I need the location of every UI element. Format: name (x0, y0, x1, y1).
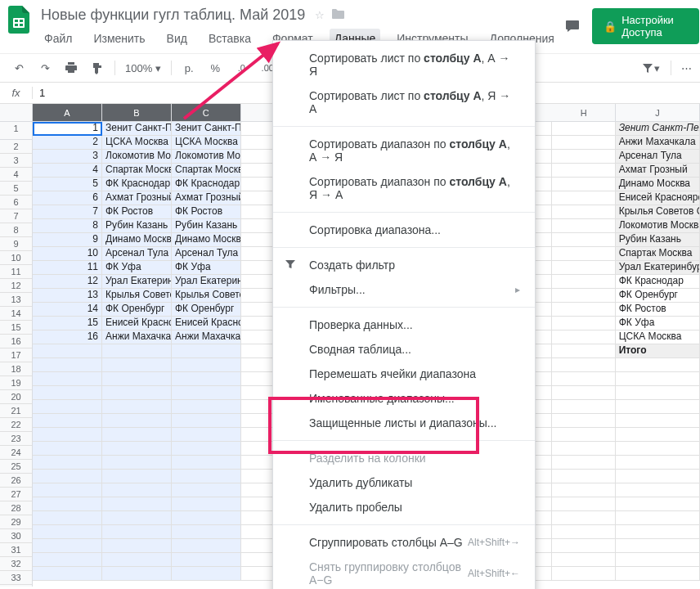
zoom-select[interactable]: 100%▾ (122, 62, 164, 74)
cell[interactable] (102, 442, 172, 456)
cell[interactable] (102, 372, 172, 386)
cell[interactable]: ЦСКА Москва (616, 330, 700, 344)
toolbar-more-icon[interactable]: ⋯ (681, 57, 692, 79)
cell[interactable] (552, 317, 615, 330)
row-header[interactable]: 18 (0, 362, 32, 376)
row-header[interactable]: 30 (0, 529, 32, 543)
menu-view[interactable]: Вид (162, 29, 192, 48)
menu-remove-duplicates[interactable]: Удалить дубликаты (273, 470, 535, 495)
cell[interactable] (552, 233, 615, 247)
cell[interactable]: Рубин Казань ▾ (172, 219, 241, 233)
col-C[interactable]: C (172, 104, 241, 122)
col-B[interactable]: B (102, 104, 172, 122)
cell[interactable]: ФК Оренбург (172, 303, 241, 317)
cell[interactable]: Урал Екатеринбург (102, 275, 172, 289)
cell[interactable] (33, 470, 102, 483)
cell[interactable] (552, 136, 615, 150)
cell[interactable] (172, 386, 241, 400)
row-header[interactable]: 31 (0, 543, 32, 557)
col-J[interactable]: J (616, 104, 700, 122)
row-header[interactable]: 25 (0, 460, 32, 474)
cell[interactable]: Крылья Советов Самара (172, 289, 241, 303)
cell[interactable]: ФК Уфа (102, 261, 172, 275)
cell[interactable]: Енисей Красноярск (616, 191, 700, 205)
cell[interactable] (33, 344, 102, 358)
doc-title[interactable]: Новые функции гугл таблиц. Май 2019 (38, 5, 308, 25)
row-header[interactable]: 9 (0, 237, 32, 251)
cell[interactable]: Арсенал Тула (102, 247, 172, 261)
cell[interactable] (102, 567, 172, 581)
cell[interactable]: Спартак Москва (616, 247, 700, 261)
currency-button[interactable]: р. (178, 57, 200, 79)
row-header[interactable]: 8 (0, 223, 32, 237)
menu-trim-spaces[interactable]: Удалить пробелы (273, 495, 535, 519)
cell[interactable]: Анжи Махачкала (102, 330, 172, 344)
cell[interactable] (552, 428, 615, 442)
cell[interactable]: ФК Уфа (172, 261, 241, 275)
cell[interactable] (33, 456, 102, 470)
cell[interactable] (172, 358, 241, 372)
row-header[interactable]: 3 (0, 154, 32, 168)
row-header[interactable]: 28 (0, 501, 32, 515)
cell[interactable]: ФК Краснодар (616, 275, 700, 289)
menu-file[interactable]: Файл (39, 29, 77, 48)
cell[interactable] (616, 414, 700, 428)
cell[interactable] (33, 428, 102, 442)
row-header[interactable]: 2 (0, 140, 32, 154)
cell[interactable] (102, 428, 172, 442)
cell[interactable] (616, 428, 700, 442)
cell[interactable]: Ахмат Грозный (102, 191, 172, 205)
menu-randomize[interactable]: Перемешать ячейки диапазона (273, 362, 535, 386)
row-header[interactable]: 29 (0, 515, 32, 529)
col-H[interactable]: H (553, 104, 616, 122)
cell[interactable]: Зенит Санкт-Петер (616, 122, 700, 136)
cell[interactable] (172, 553, 241, 567)
cell[interactable] (616, 456, 700, 470)
cell[interactable] (552, 372, 615, 386)
cell[interactable] (552, 483, 615, 497)
menu-create-filter[interactable]: Создать фильтр (273, 253, 535, 277)
cell[interactable] (552, 442, 615, 456)
cell[interactable] (102, 414, 172, 428)
cell[interactable]: Ахмат Грозный (616, 164, 700, 178)
row-header[interactable]: 27 (0, 488, 32, 501)
cell[interactable] (552, 122, 615, 136)
cell[interactable] (33, 497, 102, 511)
cell[interactable] (102, 497, 172, 511)
cell[interactable]: 11 (33, 261, 102, 275)
cell[interactable] (172, 400, 241, 414)
cell[interactable]: 6 (33, 191, 102, 205)
cell[interactable] (172, 511, 241, 525)
cell[interactable] (172, 525, 241, 539)
cell[interactable] (33, 525, 102, 539)
cell[interactable]: Итого (616, 344, 700, 358)
cell[interactable]: 14 (33, 303, 102, 317)
row-header[interactable]: 21 (0, 404, 32, 418)
cell[interactable]: Зенит Санкт-Петербург (172, 122, 241, 136)
cell[interactable] (552, 470, 615, 483)
cell[interactable]: Арсенал Тула (616, 150, 700, 164)
cell[interactable] (172, 539, 241, 553)
cell[interactable] (102, 456, 172, 470)
cell[interactable] (33, 483, 102, 497)
cell[interactable] (552, 456, 615, 470)
cell[interactable] (552, 303, 615, 317)
row-header[interactable]: 17 (0, 348, 32, 362)
cell[interactable]: Рубин Казань (102, 219, 172, 233)
cell[interactable] (616, 372, 700, 386)
cell[interactable] (102, 344, 172, 358)
cell[interactable] (552, 191, 615, 205)
cell[interactable]: Динамо Москва (616, 178, 700, 191)
menu-protected[interactable]: Защищенные листы и диапазоны... (273, 411, 535, 435)
cell[interactable] (33, 372, 102, 386)
cell[interactable]: Динамо Москва (102, 233, 172, 247)
cell[interactable] (552, 247, 615, 261)
cell[interactable] (616, 358, 700, 372)
cell[interactable] (552, 261, 615, 275)
print-icon[interactable] (61, 57, 82, 79)
cell[interactable]: Арсенал Тула (172, 247, 241, 261)
cell[interactable] (102, 470, 172, 483)
menu-sort-sheet-za[interactable]: Сортировать лист по столбцу A, Я → А (273, 83, 535, 121)
row-header[interactable]: 16 (0, 335, 32, 348)
comments-icon[interactable] (561, 13, 584, 39)
